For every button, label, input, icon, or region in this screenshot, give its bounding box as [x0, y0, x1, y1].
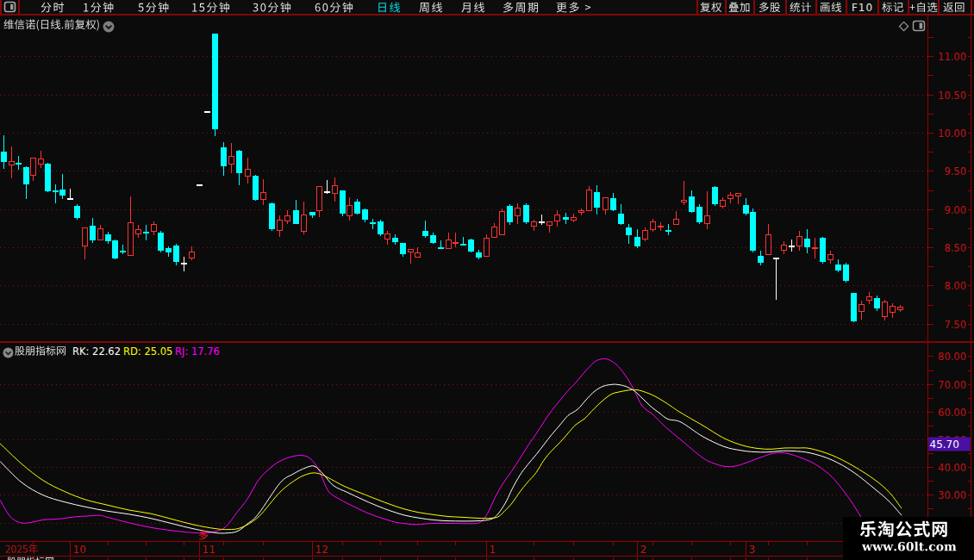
candle-20[interactable]: [152, 221, 157, 235]
candle-109[interactable]: [843, 263, 849, 283]
candle-70[interactable]: [539, 215, 545, 225]
candle-13[interactable]: [98, 225, 103, 240]
candle-111[interactable]: [859, 301, 865, 320]
candle-81[interactable]: [626, 224, 632, 244]
candle-23[interactable]: [173, 244, 179, 266]
candle-98[interactable]: [758, 251, 764, 265]
candle-66[interactable]: [507, 204, 513, 225]
candle-68[interactable]: [523, 203, 529, 224]
candle-57[interactable]: [438, 240, 444, 249]
candle-101[interactable]: [782, 241, 787, 254]
candle-9[interactable]: [67, 189, 73, 201]
candle-3[interactable]: [23, 166, 29, 199]
candle-49[interactable]: [378, 220, 384, 236]
candle-47[interactable]: [362, 208, 368, 222]
candle-91[interactable]: [705, 191, 710, 228]
candle-32[interactable]: [246, 158, 251, 184]
candle-106[interactable]: [820, 237, 826, 264]
candle-31[interactable]: [236, 150, 242, 186]
candle-6[interactable]: [45, 163, 51, 192]
candle-108[interactable]: [835, 259, 841, 272]
candle-38[interactable]: [293, 200, 299, 224]
candle-29[interactable]: [221, 142, 227, 176]
candle-94[interactable]: [728, 192, 734, 203]
candle-76[interactable]: [587, 186, 592, 211]
candle-15[interactable]: [112, 240, 118, 259]
pane-divider[interactable]: [0, 341, 974, 343]
candle-105[interactable]: [813, 238, 818, 259]
candle-5[interactable]: [39, 151, 44, 168]
candle-115[interactable]: [890, 303, 896, 318]
candle-62[interactable]: [476, 250, 482, 260]
candle-86[interactable]: [665, 224, 671, 235]
candle-85[interactable]: [659, 222, 664, 231]
candle-67[interactable]: [515, 203, 521, 224]
candle-14[interactable]: [105, 232, 111, 243]
candle-52[interactable]: [400, 243, 406, 257]
candle-104[interactable]: [804, 229, 810, 253]
candle-11[interactable]: [83, 227, 88, 259]
candle-84[interactable]: [651, 219, 656, 232]
candle-55[interactable]: [422, 221, 428, 238]
candle-93[interactable]: [721, 197, 726, 208]
candle-0[interactable]: [1, 135, 7, 169]
candle-27[interactable]: [204, 111, 210, 113]
candle-35[interactable]: [269, 202, 275, 231]
candle-22[interactable]: [165, 246, 172, 257]
candle-60[interactable]: [460, 237, 466, 246]
candle-89[interactable]: [689, 190, 695, 213]
candle-26[interactable]: [197, 184, 203, 186]
candle-69[interactable]: [532, 220, 537, 231]
candle-97[interactable]: [750, 208, 756, 252]
candle-92[interactable]: [712, 186, 718, 206]
candle-37[interactable]: [285, 210, 290, 223]
candle-88[interactable]: [682, 181, 687, 205]
candle-16[interactable]: [120, 245, 126, 254]
candle-58[interactable]: [446, 233, 452, 248]
candle-100[interactable]: [773, 258, 779, 300]
candle-63[interactable]: [484, 234, 490, 256]
candle-50[interactable]: [385, 231, 390, 245]
candle-30[interactable]: [229, 143, 234, 173]
candle-36[interactable]: [278, 215, 283, 237]
candle-74[interactable]: [571, 214, 577, 222]
candle-2[interactable]: [16, 156, 22, 170]
candle-113[interactable]: [874, 296, 880, 311]
candle-96[interactable]: [743, 198, 749, 215]
candle-44[interactable]: [340, 190, 346, 216]
candle-95[interactable]: [736, 194, 741, 205]
candle-87[interactable]: [674, 211, 679, 224]
candle-83[interactable]: [643, 227, 648, 241]
candle-39[interactable]: [302, 202, 307, 234]
candle-10[interactable]: [74, 204, 80, 220]
candle-56[interactable]: [430, 233, 436, 243]
candle-79[interactable]: [610, 193, 616, 211]
candle-12[interactable]: [90, 218, 96, 242]
candle-18[interactable]: [136, 225, 141, 238]
candle-116[interactable]: [898, 305, 903, 311]
candle-61[interactable]: [468, 239, 474, 252]
candle-59[interactable]: [453, 233, 459, 247]
candle-64[interactable]: [492, 223, 497, 238]
collapse-indicator-icon[interactable]: [3, 345, 14, 362]
candle-54[interactable]: [415, 247, 421, 257]
candle-90[interactable]: [696, 204, 702, 224]
candle-7[interactable]: [53, 184, 59, 203]
candle-43[interactable]: [333, 177, 338, 201]
candle-19[interactable]: [143, 225, 149, 240]
candle-33[interactable]: [253, 175, 259, 201]
candle-8[interactable]: [59, 174, 66, 199]
candle-42[interactable]: [324, 180, 330, 194]
candle-41[interactable]: [317, 187, 322, 218]
candle-107[interactable]: [828, 251, 834, 263]
candle-102[interactable]: [789, 240, 795, 252]
candle-24[interactable]: [181, 257, 187, 271]
candle-25[interactable]: [190, 246, 195, 260]
candle-114[interactable]: [883, 300, 888, 320]
candle-75[interactable]: [579, 208, 584, 215]
candle-65[interactable]: [500, 208, 505, 235]
candle-1[interactable]: [9, 146, 15, 178]
candle-51[interactable]: [392, 234, 398, 245]
candle-72[interactable]: [555, 210, 560, 227]
candle-48[interactable]: [370, 219, 376, 229]
